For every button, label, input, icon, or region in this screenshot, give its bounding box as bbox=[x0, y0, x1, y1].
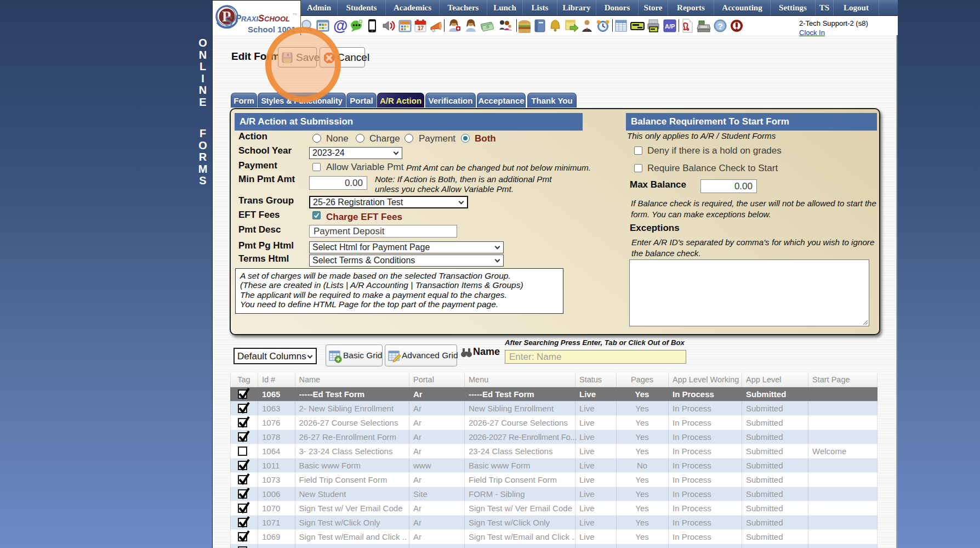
svg-text:A/P: A/P bbox=[665, 23, 675, 30]
svg-text:17: 17 bbox=[418, 25, 424, 31]
svg-text:TM: TM bbox=[293, 13, 297, 16]
svg-text:@: @ bbox=[333, 19, 347, 33]
svg-text:PRAXISCHOOL: PRAXISCHOOL bbox=[235, 13, 290, 23]
svg-text:?: ? bbox=[718, 21, 723, 31]
svg-text:S: S bbox=[225, 13, 233, 30]
